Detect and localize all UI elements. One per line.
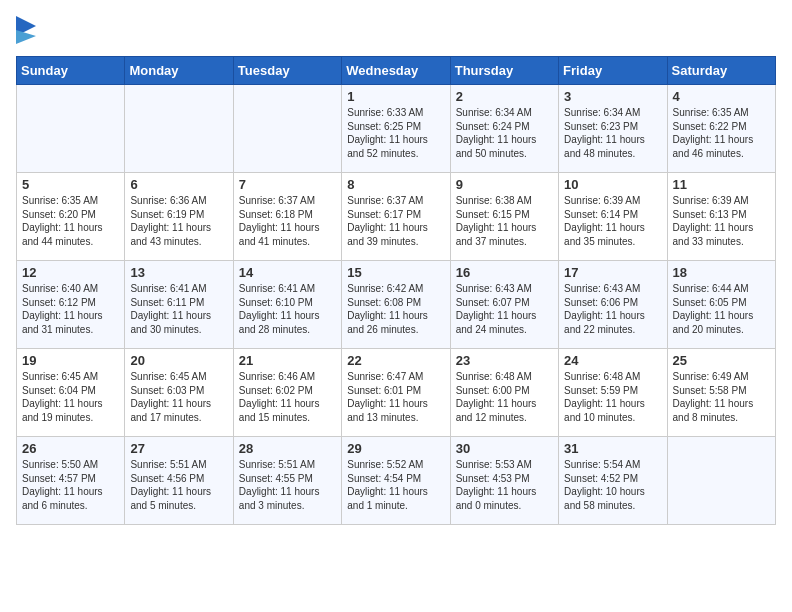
cell-content: Sunrise: 6:45 AM Sunset: 6:03 PM Dayligh… — [130, 370, 227, 424]
calendar-week-row: 12Sunrise: 6:40 AM Sunset: 6:12 PM Dayli… — [17, 261, 776, 349]
cell-content: Sunrise: 6:45 AM Sunset: 6:04 PM Dayligh… — [22, 370, 119, 424]
cell-content: Sunrise: 6:44 AM Sunset: 6:05 PM Dayligh… — [673, 282, 770, 336]
day-number: 7 — [239, 177, 336, 192]
cell-content: Sunrise: 5:50 AM Sunset: 4:57 PM Dayligh… — [22, 458, 119, 512]
calendar-cell: 1Sunrise: 6:33 AM Sunset: 6:25 PM Daylig… — [342, 85, 450, 173]
cell-content: Sunrise: 6:41 AM Sunset: 6:11 PM Dayligh… — [130, 282, 227, 336]
day-number: 28 — [239, 441, 336, 456]
calendar-cell: 23Sunrise: 6:48 AM Sunset: 6:00 PM Dayli… — [450, 349, 558, 437]
day-number: 14 — [239, 265, 336, 280]
calendar-cell: 8Sunrise: 6:37 AM Sunset: 6:17 PM Daylig… — [342, 173, 450, 261]
day-number: 8 — [347, 177, 444, 192]
day-number: 1 — [347, 89, 444, 104]
day-number: 22 — [347, 353, 444, 368]
calendar-cell: 27Sunrise: 5:51 AM Sunset: 4:56 PM Dayli… — [125, 437, 233, 525]
cell-content: Sunrise: 6:48 AM Sunset: 6:00 PM Dayligh… — [456, 370, 553, 424]
calendar-cell: 7Sunrise: 6:37 AM Sunset: 6:18 PM Daylig… — [233, 173, 341, 261]
cell-content: Sunrise: 6:37 AM Sunset: 6:18 PM Dayligh… — [239, 194, 336, 248]
calendar-body: 1Sunrise: 6:33 AM Sunset: 6:25 PM Daylig… — [17, 85, 776, 525]
calendar-cell: 25Sunrise: 6:49 AM Sunset: 5:58 PM Dayli… — [667, 349, 775, 437]
weekday-header: Tuesday — [233, 57, 341, 85]
cell-content: Sunrise: 6:48 AM Sunset: 5:59 PM Dayligh… — [564, 370, 661, 424]
logo-icon — [16, 16, 36, 44]
cell-content: Sunrise: 6:49 AM Sunset: 5:58 PM Dayligh… — [673, 370, 770, 424]
calendar-cell: 13Sunrise: 6:41 AM Sunset: 6:11 PM Dayli… — [125, 261, 233, 349]
calendar-cell — [125, 85, 233, 173]
day-number: 15 — [347, 265, 444, 280]
calendar-table: SundayMondayTuesdayWednesdayThursdayFrid… — [16, 56, 776, 525]
weekday-header: Monday — [125, 57, 233, 85]
svg-marker-1 — [16, 30, 36, 44]
calendar-week-row: 26Sunrise: 5:50 AM Sunset: 4:57 PM Dayli… — [17, 437, 776, 525]
calendar-cell: 29Sunrise: 5:52 AM Sunset: 4:54 PM Dayli… — [342, 437, 450, 525]
cell-content: Sunrise: 6:40 AM Sunset: 6:12 PM Dayligh… — [22, 282, 119, 336]
calendar-week-row: 19Sunrise: 6:45 AM Sunset: 6:04 PM Dayli… — [17, 349, 776, 437]
cell-content: Sunrise: 6:34 AM Sunset: 6:23 PM Dayligh… — [564, 106, 661, 160]
calendar-cell: 17Sunrise: 6:43 AM Sunset: 6:06 PM Dayli… — [559, 261, 667, 349]
day-number: 21 — [239, 353, 336, 368]
day-number: 12 — [22, 265, 119, 280]
calendar-cell: 15Sunrise: 6:42 AM Sunset: 6:08 PM Dayli… — [342, 261, 450, 349]
day-number: 6 — [130, 177, 227, 192]
day-number: 29 — [347, 441, 444, 456]
day-number: 24 — [564, 353, 661, 368]
cell-content: Sunrise: 5:51 AM Sunset: 4:55 PM Dayligh… — [239, 458, 336, 512]
calendar-cell: 16Sunrise: 6:43 AM Sunset: 6:07 PM Dayli… — [450, 261, 558, 349]
cell-content: Sunrise: 6:34 AM Sunset: 6:24 PM Dayligh… — [456, 106, 553, 160]
calendar-cell: 11Sunrise: 6:39 AM Sunset: 6:13 PM Dayli… — [667, 173, 775, 261]
cell-content: Sunrise: 6:35 AM Sunset: 6:20 PM Dayligh… — [22, 194, 119, 248]
calendar-header-row: SundayMondayTuesdayWednesdayThursdayFrid… — [17, 57, 776, 85]
day-number: 20 — [130, 353, 227, 368]
day-number: 25 — [673, 353, 770, 368]
cell-content: Sunrise: 6:37 AM Sunset: 6:17 PM Dayligh… — [347, 194, 444, 248]
day-number: 4 — [673, 89, 770, 104]
calendar-cell: 6Sunrise: 6:36 AM Sunset: 6:19 PM Daylig… — [125, 173, 233, 261]
calendar-cell: 20Sunrise: 6:45 AM Sunset: 6:03 PM Dayli… — [125, 349, 233, 437]
cell-content: Sunrise: 6:46 AM Sunset: 6:02 PM Dayligh… — [239, 370, 336, 424]
day-number: 2 — [456, 89, 553, 104]
calendar-cell: 2Sunrise: 6:34 AM Sunset: 6:24 PM Daylig… — [450, 85, 558, 173]
day-number: 11 — [673, 177, 770, 192]
calendar-cell: 30Sunrise: 5:53 AM Sunset: 4:53 PM Dayli… — [450, 437, 558, 525]
calendar-cell: 9Sunrise: 6:38 AM Sunset: 6:15 PM Daylig… — [450, 173, 558, 261]
calendar-cell — [233, 85, 341, 173]
calendar-cell: 18Sunrise: 6:44 AM Sunset: 6:05 PM Dayli… — [667, 261, 775, 349]
day-number: 30 — [456, 441, 553, 456]
calendar-cell: 3Sunrise: 6:34 AM Sunset: 6:23 PM Daylig… — [559, 85, 667, 173]
calendar-cell — [17, 85, 125, 173]
calendar-week-row: 1Sunrise: 6:33 AM Sunset: 6:25 PM Daylig… — [17, 85, 776, 173]
calendar-cell: 14Sunrise: 6:41 AM Sunset: 6:10 PM Dayli… — [233, 261, 341, 349]
day-number: 16 — [456, 265, 553, 280]
cell-content: Sunrise: 6:42 AM Sunset: 6:08 PM Dayligh… — [347, 282, 444, 336]
cell-content: Sunrise: 6:35 AM Sunset: 6:22 PM Dayligh… — [673, 106, 770, 160]
cell-content: Sunrise: 6:43 AM Sunset: 6:07 PM Dayligh… — [456, 282, 553, 336]
calendar-cell: 5Sunrise: 6:35 AM Sunset: 6:20 PM Daylig… — [17, 173, 125, 261]
weekday-header: Friday — [559, 57, 667, 85]
calendar-cell: 12Sunrise: 6:40 AM Sunset: 6:12 PM Dayli… — [17, 261, 125, 349]
cell-content: Sunrise: 6:36 AM Sunset: 6:19 PM Dayligh… — [130, 194, 227, 248]
day-number: 13 — [130, 265, 227, 280]
calendar-cell: 31Sunrise: 5:54 AM Sunset: 4:52 PM Dayli… — [559, 437, 667, 525]
cell-content: Sunrise: 6:41 AM Sunset: 6:10 PM Dayligh… — [239, 282, 336, 336]
weekday-header: Saturday — [667, 57, 775, 85]
day-number: 23 — [456, 353, 553, 368]
day-number: 31 — [564, 441, 661, 456]
cell-content: Sunrise: 5:51 AM Sunset: 4:56 PM Dayligh… — [130, 458, 227, 512]
cell-content: Sunrise: 5:52 AM Sunset: 4:54 PM Dayligh… — [347, 458, 444, 512]
cell-content: Sunrise: 6:33 AM Sunset: 6:25 PM Dayligh… — [347, 106, 444, 160]
calendar-cell — [667, 437, 775, 525]
cell-content: Sunrise: 6:39 AM Sunset: 6:14 PM Dayligh… — [564, 194, 661, 248]
cell-content: Sunrise: 5:54 AM Sunset: 4:52 PM Dayligh… — [564, 458, 661, 512]
calendar-cell: 22Sunrise: 6:47 AM Sunset: 6:01 PM Dayli… — [342, 349, 450, 437]
calendar-week-row: 5Sunrise: 6:35 AM Sunset: 6:20 PM Daylig… — [17, 173, 776, 261]
day-number: 27 — [130, 441, 227, 456]
weekday-header: Thursday — [450, 57, 558, 85]
logo — [16, 16, 40, 44]
calendar-cell: 26Sunrise: 5:50 AM Sunset: 4:57 PM Dayli… — [17, 437, 125, 525]
day-number: 5 — [22, 177, 119, 192]
cell-content: Sunrise: 6:43 AM Sunset: 6:06 PM Dayligh… — [564, 282, 661, 336]
day-number: 17 — [564, 265, 661, 280]
day-number: 3 — [564, 89, 661, 104]
day-number: 19 — [22, 353, 119, 368]
day-number: 10 — [564, 177, 661, 192]
